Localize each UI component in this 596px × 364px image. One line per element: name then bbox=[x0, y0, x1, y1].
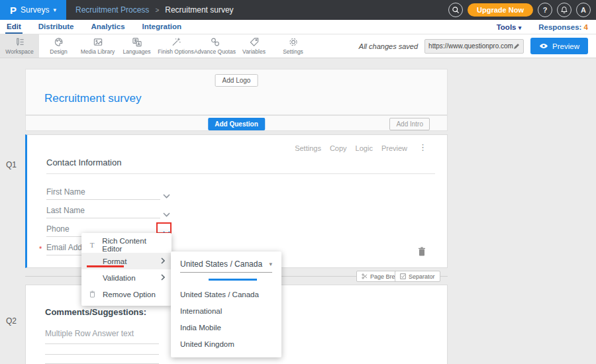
tools-menu[interactable]: Tools ▾ bbox=[497, 23, 522, 31]
add-question-button[interactable]: Add Question bbox=[208, 118, 265, 130]
search-icon bbox=[452, 6, 460, 14]
trash-outline-icon bbox=[88, 291, 97, 298]
breadcrumb-separator-icon: > bbox=[155, 7, 159, 14]
tool-advance-quotas[interactable]: Advance Quotas bbox=[195, 34, 234, 58]
tool-languages[interactable]: Languages bbox=[117, 34, 156, 58]
survey-url-field[interactable] bbox=[424, 39, 524, 54]
kebab-menu-icon[interactable]: ⋮ bbox=[419, 143, 427, 152]
survey-editor-app: P Surveys ▾ Recruitment Process > Recrui… bbox=[0, 0, 596, 364]
breadcrumb: Recruitment Process > Recruitment survey bbox=[75, 5, 234, 15]
format-option-united-kingdom[interactable]: United Kingdom bbox=[171, 336, 281, 352]
header-actions: Upgrade Now ? A bbox=[448, 3, 596, 17]
survey-header-section: Add Logo Recruitment survey bbox=[25, 69, 448, 115]
edit-pencil-icon[interactable] bbox=[513, 43, 520, 50]
question-preview-link[interactable]: Preview bbox=[381, 144, 407, 152]
bell-icon bbox=[560, 6, 568, 14]
menu-item-validation[interactable]: Validation bbox=[81, 269, 172, 286]
question-copy-link[interactable]: Copy bbox=[330, 144, 347, 152]
product-switcher[interactable]: P Surveys ▾ bbox=[0, 0, 66, 20]
editor-toolbar: Workspace Design Media Library Languages… bbox=[0, 34, 596, 58]
format-option-us-canada[interactable]: United States / Canada bbox=[171, 286, 281, 302]
product-name: Surveys bbox=[21, 5, 49, 15]
tab-edit[interactable]: Edit bbox=[5, 20, 23, 34]
active-indicator bbox=[209, 279, 257, 281]
eye-icon bbox=[539, 43, 548, 49]
checkbox-icon bbox=[400, 273, 406, 279]
tool-settings[interactable]: Settings bbox=[273, 34, 313, 58]
answer-placeholder[interactable]: Multiple Row Answer text bbox=[45, 329, 134, 338]
trash-icon bbox=[418, 247, 426, 256]
add-logo-button[interactable]: Add Logo bbox=[215, 74, 258, 87]
question-actions: Settings Copy Logic Preview bbox=[295, 144, 407, 152]
tool-variables[interactable]: Variables bbox=[234, 34, 273, 58]
responses-count: 4 bbox=[584, 23, 588, 31]
menu-item-rich-content-editor[interactable]: T Rich Content Editor bbox=[81, 236, 172, 253]
add-intro-button[interactable]: Add Intro bbox=[389, 118, 430, 130]
field-row-last-name[interactable]: Last Name bbox=[46, 203, 160, 218]
tool-design[interactable]: Design bbox=[39, 34, 78, 58]
gear-icon bbox=[288, 37, 299, 47]
question-settings-link[interactable]: Settings bbox=[295, 144, 321, 152]
workspace-icon bbox=[15, 37, 25, 47]
format-option-international[interactable]: International bbox=[171, 302, 281, 319]
separator-button[interactable]: Separator bbox=[395, 271, 440, 282]
field-options-chevron-icon[interactable] bbox=[163, 208, 170, 220]
tab-analytics[interactable]: Analytics bbox=[89, 20, 126, 34]
image-icon bbox=[93, 37, 103, 47]
question-title-q1[interactable]: Contact Information bbox=[46, 158, 121, 167]
toolbar-right: All changes saved Preview bbox=[359, 34, 596, 58]
save-status: All changes saved bbox=[359, 42, 418, 50]
field-options-chevron-icon[interactable] bbox=[163, 189, 170, 201]
question-title-underline bbox=[46, 173, 435, 174]
tool-finish-options[interactable]: Finish Options bbox=[156, 34, 195, 58]
top-header: P Surveys ▾ Recruitment Process > Recrui… bbox=[0, 0, 596, 20]
answer-line bbox=[45, 354, 159, 355]
tab-integration[interactable]: Integration bbox=[141, 20, 183, 34]
palette-icon bbox=[54, 37, 64, 47]
add-question-row: Add Question Add Intro bbox=[25, 115, 448, 131]
menu-item-remove-option[interactable]: Remove Option bbox=[81, 286, 172, 302]
tab-distribute[interactable]: Distribute bbox=[37, 20, 75, 34]
survey-url-input[interactable] bbox=[428, 42, 513, 50]
chevron-down-icon: ▾ bbox=[53, 7, 56, 13]
question-title-q2[interactable]: Comments/Suggestions: bbox=[45, 307, 146, 317]
survey-title[interactable]: Recruitment survey bbox=[44, 92, 141, 105]
field-options-context-menu: T Rich Content Editor Format Validation … bbox=[81, 233, 172, 306]
survey-canvas: Q1 Q2 Add Logo Recruitment survey Add Qu… bbox=[0, 58, 596, 364]
chevron-down-icon: ▾ bbox=[519, 24, 522, 31]
format-select[interactable]: United States / Canada ▾ bbox=[180, 259, 272, 273]
required-marker: * bbox=[39, 245, 42, 253]
notifications-button[interactable] bbox=[557, 3, 571, 17]
search-button[interactable] bbox=[448, 3, 463, 17]
format-options-list: United States / Canada International Ind… bbox=[171, 286, 281, 352]
breadcrumb-folder[interactable]: Recruitment Process bbox=[75, 5, 149, 15]
tabs-right: Tools ▾ Responses: 4 bbox=[497, 20, 596, 34]
answer-line bbox=[45, 343, 159, 344]
scissors-icon bbox=[362, 273, 368, 279]
tool-workspace[interactable]: Workspace bbox=[0, 34, 39, 58]
help-button[interactable]: ? bbox=[538, 3, 552, 17]
annotation-highlight-box bbox=[156, 222, 172, 234]
question-logic-link[interactable]: Logic bbox=[356, 144, 373, 152]
field-row-first-name[interactable]: First Name bbox=[46, 185, 160, 200]
section-tabs: Edit Distribute Analytics Integration To… bbox=[0, 20, 596, 34]
breadcrumb-current: Recruitment survey bbox=[165, 5, 233, 15]
annotation-red-underline bbox=[87, 265, 124, 267]
chevron-right-icon bbox=[161, 274, 165, 282]
question-number-q2: Q2 bbox=[6, 316, 17, 326]
preview-button[interactable]: Preview bbox=[530, 38, 588, 54]
chevron-down-icon: ▾ bbox=[269, 261, 272, 267]
avatar[interactable]: A bbox=[576, 3, 591, 17]
questionpro-logo-icon: P bbox=[10, 5, 17, 16]
chevron-right-icon bbox=[161, 257, 165, 265]
magic-wand-icon bbox=[171, 37, 181, 47]
tool-media-library[interactable]: Media Library bbox=[78, 34, 117, 58]
tag-icon bbox=[249, 37, 260, 47]
rich-text-icon: T bbox=[88, 241, 96, 249]
responses-link[interactable]: Responses: 4 bbox=[538, 23, 588, 31]
question-number-q1: Q1 bbox=[6, 160, 17, 169]
delete-question-button[interactable] bbox=[418, 247, 426, 259]
format-option-india-mobile[interactable]: India Mobile bbox=[171, 319, 281, 336]
chain-links-icon bbox=[210, 37, 221, 47]
upgrade-now-button[interactable]: Upgrade Now bbox=[468, 3, 533, 17]
